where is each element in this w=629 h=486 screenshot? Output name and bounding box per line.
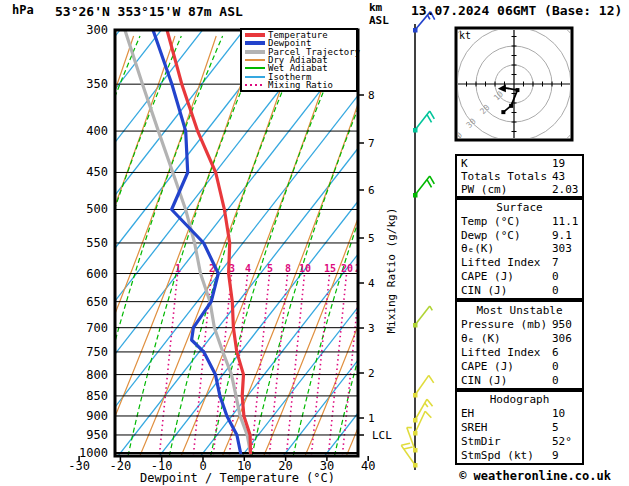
indices-row: CAPE (J)0 <box>457 360 582 373</box>
station-title: 53°26'N 353°15'W 87m ASL <box>55 4 243 19</box>
pressure-gridlines <box>115 30 358 453</box>
svg-text:750: 750 <box>86 345 108 359</box>
indices-box-surface: SurfaceTemp (°C)11.1Dewp (°C)9.1θₑ(K)303… <box>455 198 584 300</box>
legend-line-sample <box>245 50 265 54</box>
indices-row-value: 11.1 <box>552 215 579 228</box>
svg-text:-30: -30 <box>68 459 90 473</box>
indices-row-label: Lifted Index <box>461 346 540 359</box>
altitude-axis-unit-label: km ASL <box>369 1 389 27</box>
svg-text:3: 3 <box>368 322 375 335</box>
svg-text:450: 450 <box>86 165 108 179</box>
indices-row: StmDir52° <box>457 435 582 448</box>
indices-row-label: CIN (J) <box>461 374 507 387</box>
indices-row-label: StmDir <box>461 435 501 448</box>
indices-row-label: Totals Totals <box>461 170 547 183</box>
indices-row-value: 7 <box>552 256 559 269</box>
mixing-ratio-value-label: 1 <box>175 263 181 274</box>
legend-item-label: Mixing Ratio <box>268 81 333 89</box>
indices-row-value: 19 <box>552 157 565 170</box>
svg-text:600: 600 <box>86 267 108 281</box>
svg-text:400: 400 <box>86 124 108 138</box>
svg-text:40: 40 <box>361 459 375 473</box>
indices-row-value: 950 <box>552 318 572 331</box>
wind-barb <box>413 111 434 132</box>
indices-row-value: 9 <box>552 449 559 462</box>
indices-row-label: CIN (J) <box>461 284 507 297</box>
mixing-ratio-value-label: 8 <box>285 263 291 274</box>
indices-row: θₑ (K)306 <box>457 332 582 345</box>
indices-row: Temp (°C)11.1 <box>457 215 582 228</box>
svg-text:5: 5 <box>368 232 375 245</box>
svg-text:1: 1 <box>368 412 375 425</box>
indices-row: Dewp (°C)9.1 <box>457 229 582 242</box>
indices-row: θₑ(K)303 <box>457 242 582 255</box>
legend-line-sample <box>245 76 265 78</box>
indices-row-label: Lifted Index <box>461 256 540 269</box>
wind-barb <box>413 176 434 197</box>
indices-row-value: 0 <box>552 374 559 387</box>
indices-row: CIN (J)0 <box>457 284 582 297</box>
hodograph-unit-label: kt <box>459 30 471 41</box>
indices-row-label: K <box>461 157 468 170</box>
indices-row-value: 43 <box>552 170 565 183</box>
legend-line-sample <box>245 59 265 61</box>
indices-row: Lifted Index6 <box>457 346 582 359</box>
wind-barb <box>413 306 432 327</box>
pressure-unit-label: hPa <box>12 3 34 17</box>
indices-row-value: 0 <box>552 360 559 373</box>
indices-row-label: θₑ(K) <box>461 242 494 255</box>
svg-text:1000: 1000 <box>79 446 108 460</box>
indices-box-hodograph: HodographEH10SREH5StmDir52°StmSpd (kt)9 <box>455 390 584 465</box>
wet-adiabat-lines <box>0 36 512 456</box>
indices-row-value: 5 <box>552 421 559 434</box>
indices-row-value: 2.03 <box>552 183 579 196</box>
indices-row-value: 52° <box>552 435 572 448</box>
mixing-ratio-axis-label: Mixing Ratio (g/kg) <box>385 222 398 334</box>
svg-text:500: 500 <box>86 202 108 216</box>
wind-barb <box>413 399 433 422</box>
indices-row: EH10 <box>457 407 582 420</box>
indices-row-value: 303 <box>552 242 572 255</box>
indices-box-header: Surface <box>457 201 582 214</box>
wind-barb <box>413 375 434 397</box>
svg-text:2: 2 <box>368 367 375 380</box>
dry-adiabat-lines <box>0 36 505 456</box>
svg-text:550: 550 <box>86 236 108 250</box>
legend-line-sample <box>245 67 265 69</box>
indices-row-label: θₑ (K) <box>461 332 501 345</box>
wind-barb-column <box>401 12 434 470</box>
svg-text:850: 850 <box>86 389 108 403</box>
indices-row-label: EH <box>461 407 474 420</box>
indices-box-header: Most Unstable <box>457 304 582 317</box>
indices-box-header: Hodograph <box>457 393 582 406</box>
legend-item: Mixing Ratio <box>242 81 356 89</box>
indices-row: StmSpd (kt)9 <box>457 449 582 462</box>
datetime-label: 13.07.2024 06GMT (Base: 12) <box>411 3 622 18</box>
indices-row-label: CAPE (J) <box>461 360 514 373</box>
svg-text:650: 650 <box>86 295 108 309</box>
svg-text:8: 8 <box>368 89 375 102</box>
indices-row-value: 306 <box>552 332 572 345</box>
svg-text:900: 900 <box>86 409 108 423</box>
indices-row: SREH5 <box>457 421 582 434</box>
sounding-screenshot: 1234581015202530035040045050055060065070… <box>0 0 629 486</box>
indices-row-label: Pressure (mb) <box>461 318 547 331</box>
legend-line-sample <box>245 84 265 86</box>
indices-row-value: 10 <box>552 407 565 420</box>
svg-text:950: 950 <box>86 428 108 442</box>
indices-row: PW (cm)2.03 <box>457 183 582 196</box>
indices-box-most-unstable: Most UnstablePressure (mb)950θₑ (K)306Li… <box>455 300 584 390</box>
indices-row-label: Temp (°C) <box>461 215 521 228</box>
indices-row: Totals Totals43 <box>457 170 582 183</box>
svg-text:700: 700 <box>86 321 108 335</box>
lcl-label: LCL <box>372 429 392 442</box>
indices-row: CIN (J)0 <box>457 374 582 387</box>
mixing-ratio-value-label: 5 <box>267 263 273 274</box>
mixing-ratio-value-label: 15 <box>324 263 336 274</box>
indices-row-value: 0 <box>552 270 559 283</box>
svg-text:800: 800 <box>86 368 108 382</box>
mixing-ratio-value-label: 10 <box>299 263 311 274</box>
indices-row: CAPE (J)0 <box>457 270 582 283</box>
mixing-ratio-value-label: 20 <box>341 263 353 274</box>
svg-text:4: 4 <box>368 277 375 290</box>
